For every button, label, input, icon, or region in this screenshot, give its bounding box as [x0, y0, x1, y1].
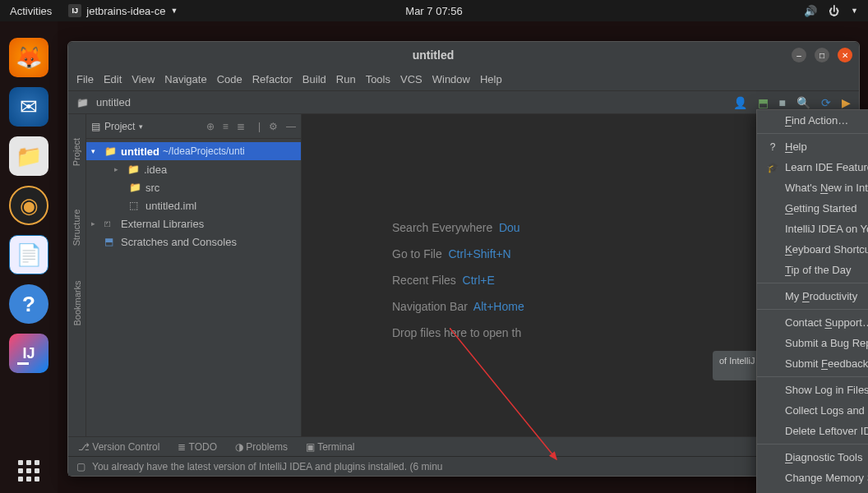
menu-file[interactable]: File	[76, 73, 94, 85]
help-menu-item[interactable]: ?Help	[757, 136, 868, 157]
tool-structure-tab[interactable]: Structure	[72, 210, 82, 246]
help-menu-item[interactable]: IntelliJ IDEA on YouTube	[757, 219, 868, 239]
help-menu-item[interactable]: Getting Started	[757, 198, 868, 219]
tree-row[interactable]: ⬚ untitled.iml	[86, 196, 301, 214]
help-menu-item[interactable]: 🎓Learn IDE Features	[757, 157, 868, 177]
menu-item-label: Submit Feedback…	[785, 357, 868, 370]
select-opened-file-icon[interactable]: ⊕	[206, 121, 215, 132]
menu-tools[interactable]: Tools	[366, 73, 390, 85]
intellij-icon: IJ	[68, 4, 81, 17]
menu-vcs[interactable]: VCS	[400, 73, 422, 85]
help-menu-item[interactable]: Diagnostic Tools▸	[757, 447, 868, 468]
help-menu-item[interactable]: Submit Feedback…	[757, 353, 868, 374]
help-menu-item[interactable]: Find Action…Ctrl+Shift+A	[757, 110, 868, 131]
folder-icon: 📁	[104, 145, 118, 157]
menu-item-label: IntelliJ IDEA on YouTube	[785, 223, 868, 235]
help-menu-item[interactable]: Collect Logs and Diagnostic Data	[757, 400, 868, 421]
menu-item-label: Keyboard Shortcuts PDF	[785, 243, 868, 256]
libreoffice-writer-icon[interactable]: 📄	[9, 235, 48, 274]
volume-icon[interactable]: 🔊	[804, 5, 817, 17]
menu-item-label: Change Memory Settings	[785, 472, 868, 484]
chevron-down-icon: ▼	[170, 7, 178, 15]
close-button[interactable]: ✕	[838, 48, 852, 62]
gnome-topbar: Activities IJ jetbrains-idea-ce ▼ Mar 7 …	[0, 0, 868, 21]
files-icon[interactable]: 📁	[9, 136, 48, 176]
help-menu-popup: Find Action…Ctrl+Shift+A?Help🎓Learn IDE …	[756, 109, 868, 493]
breadcrumb[interactable]: untitled	[76, 96, 131, 108]
menu-refactor[interactable]: Refactor	[252, 73, 293, 85]
firefox-icon[interactable]: 🦊	[9, 38, 48, 77]
user-icon[interactable]: 👤	[733, 96, 747, 109]
menu-item-label: Contact Support…	[785, 316, 868, 329]
search-icon[interactable]: 🔍	[796, 96, 810, 109]
menu-item-label: Show Log in Files	[785, 384, 868, 396]
clock[interactable]: Mar 7 07:56	[405, 5, 462, 17]
tree-row[interactable]: 📁 src	[86, 178, 301, 196]
tree-row[interactable]: ▸📁 .idea	[86, 160, 301, 178]
editor-area[interactable]: Search Everywhere Dou Go to File Ctrl+Sh…	[302, 114, 859, 436]
help-menu-item[interactable]: Change Memory Settings	[757, 468, 868, 488]
source-folder-icon: 📁	[129, 182, 142, 193]
empty-editor-hints: Search Everywhere Dou Go to File Ctrl+Sh…	[392, 221, 524, 352]
intellij-icon[interactable]: IJ	[9, 334, 48, 373]
run-icon[interactable]: ▶	[842, 96, 851, 109]
menu-window[interactable]: Window	[432, 73, 470, 85]
help-menu-item[interactable]: Delete Leftover IDE Directories…	[757, 421, 868, 441]
bottom-tool-strip: ⎇ Version Control ≣ TODO ◑ Problems ▣ Te…	[68, 436, 859, 456]
tool-terminal[interactable]: ▣ Terminal	[306, 441, 354, 453]
help-icon: ?	[767, 141, 778, 153]
tool-problems[interactable]: ◑ Problems	[235, 441, 288, 453]
show-applications-icon[interactable]	[18, 460, 39, 481]
collapse-all-icon[interactable]: ≣	[237, 121, 245, 132]
build-icon[interactable]: ⬒	[758, 96, 769, 109]
menu-edit[interactable]: Edit	[104, 73, 122, 85]
chevron-down-icon[interactable]: ▼	[851, 7, 858, 15]
thunderbird-icon[interactable]: ✉	[9, 87, 48, 127]
folder-icon: 📁	[127, 164, 141, 175]
tree-row[interactable]: ⬒ Scratches and Consoles	[86, 233, 301, 251]
tool-todo[interactable]: ≣ TODO	[178, 441, 217, 453]
help-menu-item[interactable]: Keyboard Shortcuts PDF	[757, 239, 868, 260]
help-menu-item[interactable]: Submit a Bug Report…	[757, 333, 868, 353]
help-menu-item[interactable]: What's New in IntelliJ IDEA	[757, 177, 868, 198]
menu-item-label: My Productivity	[785, 290, 857, 302]
appmenu-button[interactable]: IJ jetbrains-idea-ce ▼	[68, 4, 178, 17]
help-menu-item[interactable]: Show Log in Files	[757, 380, 868, 400]
help-menu-item[interactable]: Edit Custom Properties…	[757, 488, 868, 493]
maximize-button[interactable]: □	[815, 48, 829, 62]
power-icon[interactable]: ⏻	[829, 5, 839, 17]
project-icon: ▤	[91, 121, 100, 132]
help-menu-item[interactable]: Contact Support…	[757, 312, 868, 333]
ide-menubar: File Edit View Navigate Code Refactor Bu…	[68, 68, 859, 91]
menu-item-label: Help	[785, 141, 807, 153]
help-menu-item[interactable]: My Productivity	[757, 286, 868, 306]
expand-all-icon[interactable]: ≡	[223, 121, 229, 132]
menu-build[interactable]: Build	[302, 73, 326, 85]
tool-project-tab[interactable]: Project	[72, 138, 82, 166]
hide-icon[interactable]: —	[286, 121, 296, 132]
minimize-button[interactable]: –	[792, 48, 806, 62]
menu-run[interactable]: Run	[336, 73, 356, 85]
tool-bookmarks-tab[interactable]: Bookmarks	[72, 280, 82, 325]
menu-navigate[interactable]: Navigate	[164, 73, 206, 85]
help-menu-item[interactable]: Tip of the Day	[757, 260, 868, 280]
statusbar-icon[interactable]: ▢	[76, 461, 85, 472]
tree-root[interactable]: ▾ 📁 untitled ~/IdeaProjects/unti	[86, 142, 301, 160]
project-tree[interactable]: ▾ 📁 untitled ~/IdeaProjects/unti ▸📁 .ide…	[86, 139, 301, 436]
menu-view[interactable]: View	[132, 73, 155, 85]
sync-icon[interactable]: ⟳	[821, 96, 831, 109]
menu-code[interactable]: Code	[217, 73, 242, 85]
intellij-window: untitled – □ ✕ File Edit View Navigate C…	[67, 41, 860, 477]
menu-item-label: What's New in IntelliJ IDEA	[785, 182, 868, 194]
gear-icon[interactable]: ⚙	[269, 121, 278, 132]
menu-help[interactable]: Help	[480, 73, 502, 85]
activities-button[interactable]: Activities	[10, 5, 52, 17]
rhythmbox-icon[interactable]: ◉	[9, 186, 48, 225]
scratches-icon: ⬒	[104, 236, 118, 247]
help-icon[interactable]: ?	[9, 284, 48, 324]
tree-row[interactable]: ▸⏍ External Libraries	[86, 214, 301, 233]
window-titlebar[interactable]: untitled – □ ✕	[68, 42, 859, 68]
project-panel-title[interactable]: ▤ Project ▾	[91, 121, 143, 132]
tool-version-control[interactable]: ⎇ Version Control	[78, 441, 159, 453]
stop-icon[interactable]: ■	[779, 96, 786, 109]
